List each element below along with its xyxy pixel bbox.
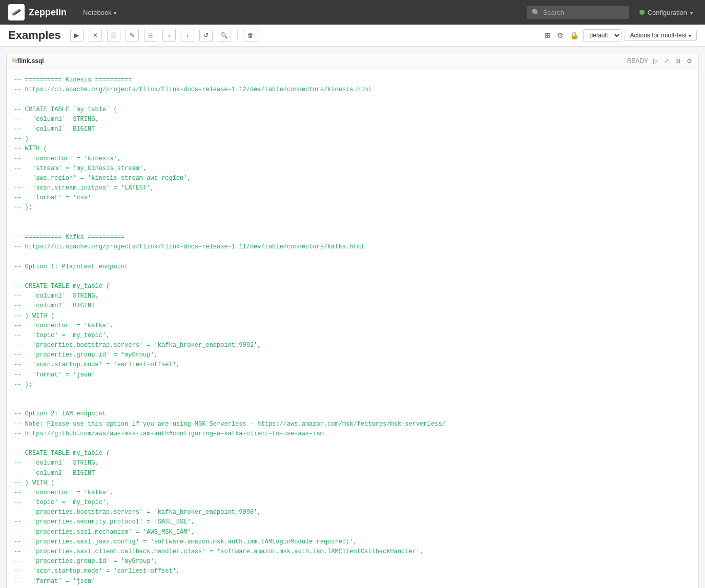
export-button[interactable]: ↓ bbox=[162, 29, 176, 42]
configuration-button[interactable]: Configuration bbox=[635, 6, 697, 19]
brand-name: Zeppelin bbox=[29, 7, 67, 18]
zeppelin-logo bbox=[8, 4, 25, 20]
edit-button[interactable]: ✎ bbox=[126, 29, 139, 42]
show-hide-button[interactable]: ☰ bbox=[107, 29, 120, 42]
notebook-menu[interactable]: Notebook bbox=[77, 6, 122, 19]
page-header: Examples ▶ ✕ ☰ ✎ ⎘ ↓ ↓ ↺ 🔍 🗑 ⊞ ⚙ 🔒 defau… bbox=[0, 25, 705, 47]
stop-all-button[interactable]: ✕ bbox=[89, 29, 102, 42]
refresh-button[interactable]: ↺ bbox=[199, 29, 213, 42]
trash-button[interactable]: 🗑 bbox=[244, 29, 257, 42]
page-title: Examples bbox=[8, 29, 61, 42]
cell-1-table-icon[interactable]: ⊞ bbox=[674, 56, 681, 66]
cell-1-status: READY ▷ ⤢ ⊞ ⚙ bbox=[627, 56, 693, 66]
notebook-chevron-icon bbox=[114, 9, 116, 16]
config-chevron-icon bbox=[690, 9, 693, 16]
layout-icon-button[interactable]: ⊞ bbox=[543, 30, 552, 41]
lock-icon-button[interactable]: 🔒 bbox=[568, 30, 580, 41]
config-status-dot bbox=[639, 10, 645, 15]
actions-chevron-icon bbox=[689, 32, 691, 39]
cell-1-header: %flink.ssql READY ▷ ⤢ ⊞ ⚙ bbox=[7, 53, 698, 69]
clone-button[interactable]: ⎘ bbox=[144, 29, 157, 42]
navbar-menu: Notebook bbox=[77, 6, 122, 19]
navbar-right: 🔍 Configuration bbox=[527, 6, 697, 19]
run-all-button[interactable]: ▶ bbox=[70, 29, 84, 42]
cell-1-body[interactable]: -- ========== Kinesis ========== -- http… bbox=[7, 69, 698, 588]
toolbar-right: ⊞ ⚙ 🔒 default Actions for rmoff-test bbox=[543, 29, 697, 41]
cell-1-settings-icon[interactable]: ⚙ bbox=[686, 56, 693, 66]
navbar: Zeppelin Notebook 🔍 Configuration bbox=[0, 0, 705, 25]
cell-1-run-icon[interactable]: ▷ bbox=[652, 56, 659, 66]
cell-1-interpreter: %flink.ssql bbox=[12, 57, 44, 65]
default-select[interactable]: default bbox=[583, 29, 621, 41]
cell-1: %flink.ssql READY ▷ ⤢ ⊞ ⚙ -- ========== … bbox=[6, 53, 699, 588]
search-button[interactable]: 🔍 bbox=[218, 29, 231, 42]
import-button[interactable]: ↓ bbox=[181, 29, 194, 42]
brand: Zeppelin bbox=[8, 4, 67, 20]
cell-1-status-text: READY bbox=[627, 57, 648, 65]
toolbar-separator bbox=[237, 30, 238, 40]
actions-button[interactable]: Actions for rmoff-test bbox=[625, 30, 697, 41]
cell-1-expand-icon[interactable]: ⤢ bbox=[663, 56, 670, 66]
search-box[interactable]: 🔍 bbox=[527, 6, 629, 19]
svg-marker-1 bbox=[12, 9, 20, 15]
settings-icon-button[interactable]: ⚙ bbox=[555, 30, 565, 41]
search-icon: 🔍 bbox=[532, 9, 540, 16]
main-content: %flink.ssql READY ▷ ⤢ ⊞ ⚙ -- ========== … bbox=[0, 47, 705, 588]
search-input[interactable] bbox=[543, 9, 624, 16]
